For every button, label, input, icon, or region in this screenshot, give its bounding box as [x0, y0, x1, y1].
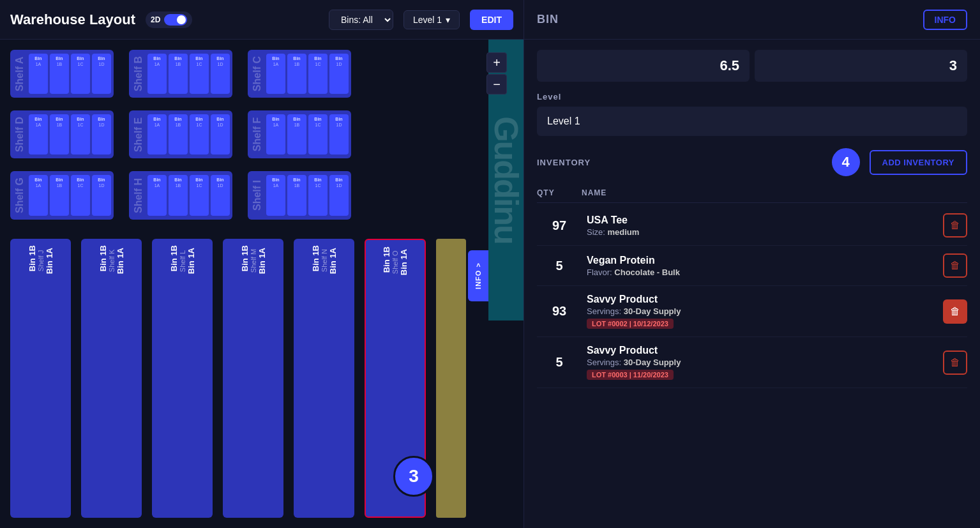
shelf-row-1: Shelf A Bin1A Bin1B Bin1C Bin1D Shelf B … [10, 50, 466, 98]
bin-1D-shelfG[interactable]: Bin1D [92, 175, 111, 216]
shelf-E[interactable]: Shelf E Bin1A Bin1B Bin1C Bin1D [129, 110, 232, 158]
delete-button[interactable]: 🗑 [943, 213, 967, 238]
bin-1D-shelfC[interactable]: Bin1D [329, 54, 349, 94]
inventory-label: INVENTORY [537, 158, 591, 167]
shelf-H[interactable]: Shelf H Bin1A Bin1B Bin1C Bin1D [129, 171, 232, 220]
level-label: Level [537, 92, 967, 102]
bin-1D-shelfF[interactable]: Bin1D [329, 114, 349, 155]
bin-1C-shelfF[interactable]: Bin1C [308, 114, 328, 155]
bin-1C-shelfH[interactable]: Bin1C [190, 175, 209, 216]
large-bin-3[interactable]: Bin 1A Shelf L Bin 1B [152, 239, 213, 518]
bin-1C-shelfD[interactable]: Bin1C [71, 114, 90, 155]
inventory-item: 5 Vegan Protein Flavor: Chocolate - Bulk… [537, 246, 967, 286]
item-qty: 5 [537, 355, 582, 370]
header: Warehouse Layout 2D Bins: All Level 1 ▾ … [0, 0, 524, 40]
item-variant: Size: medium [587, 227, 938, 237]
right-panel: BIN INFO 6.5 3 Level Level 1 INVENTORY 4… [524, 0, 980, 528]
info-side-tab[interactable]: INFO > [468, 250, 488, 301]
shelf-A[interactable]: Shelf A Bin1A Bin1B Bin1C Bin1D [10, 50, 114, 98]
bin-1B-shelfE[interactable]: Bin1B [169, 114, 188, 155]
bin-1A-shelfE[interactable]: Bin1A [147, 114, 167, 155]
shelf-row-3: Shelf G Bin1A Bin1B Bin1C Bin1D Shelf H … [10, 171, 466, 220]
level-section: Level Level 1 [524, 87, 980, 141]
bin-1C-shelfA[interactable]: Bin1C [71, 54, 90, 94]
bin-1B-shelfD[interactable]: Bin1B [50, 114, 69, 155]
bin-1B-shelfI[interactable]: Bin1B [287, 175, 306, 216]
bin-1B-shelfF[interactable]: Bin1B [287, 114, 306, 155]
shelf-G[interactable]: Shelf G Bin1A Bin1B Bin1C Bin1D [10, 171, 114, 220]
bin-1A-shelfB[interactable]: Bin1A [147, 54, 167, 94]
inventory-count-bubble: 4 [830, 146, 862, 178]
bin-1B-shelfH[interactable]: Bin1B [169, 175, 188, 216]
item-info: Savvy Product Servings: 30-Day Supply LO… [587, 345, 938, 380]
bin-1D-shelfD[interactable]: Bin1D [92, 114, 111, 155]
item-qty: 97 [537, 218, 582, 233]
delete-button[interactable]: 🗑 [943, 351, 967, 375]
zoom-out-button[interactable]: − [486, 74, 507, 94]
bin-1B-shelfB[interactable]: Bin1B [169, 54, 188, 94]
inventory-item: 5 Savvy Product Servings: 30-Day Supply … [537, 337, 967, 388]
bin-1D-shelfB[interactable]: Bin1D [211, 54, 230, 94]
bin-1A-shelfI[interactable]: Bin1A [266, 175, 285, 216]
shelf-C[interactable]: Shelf C Bin1A Bin1B Bin1C Bin1D [248, 50, 351, 98]
shelf-grid: Shelf A Bin1A Bin1B Bin1C Bin1D Shelf B … [0, 40, 524, 528]
bin-1C-shelfI[interactable]: Bin1C [308, 175, 328, 216]
large-bin-1[interactable]: Bin 1A Shelf J Bin 1B [10, 239, 71, 518]
bin-1A-shelfD[interactable]: Bin1A [29, 114, 48, 155]
large-bin-5[interactable]: Bin 1A Shelf N Bin 1B [294, 239, 354, 518]
col-header-qty: QTY [537, 188, 582, 197]
bin-1D-shelfH[interactable]: Bin1D [211, 175, 230, 216]
add-inventory-button[interactable]: ADD INVENTORY [870, 150, 967, 175]
shelf-F[interactable]: Shelf F Bin1A Bin1B Bin1C Bin1D [248, 110, 351, 158]
bin-1A-shelfA[interactable]: Bin1A [29, 54, 48, 94]
col-header-name: NAME [582, 188, 967, 197]
shelf-D[interactable]: Shelf D Bin1A Bin1B Bin1C Bin1D [10, 110, 114, 158]
bin-1B-shelfG[interactable]: Bin1B [50, 175, 69, 216]
shelf-I[interactable]: Shelf I Bin1A Bin1B Bin1C Bin1D [248, 171, 351, 220]
coord-x: 6.5 [537, 50, 750, 82]
right-panel-header: BIN INFO [524, 0, 980, 40]
inventory-item: 93 Savvy Product Servings: 30-Day Supply… [537, 286, 967, 337]
bin-1C-shelfG[interactable]: Bin1C [71, 175, 90, 216]
bin-1D-shelfA[interactable]: Bin1D [92, 54, 111, 94]
zoom-in-button[interactable]: + [486, 52, 507, 73]
bin-1B-shelfA[interactable]: Bin1B [50, 54, 69, 94]
delete-button[interactable]: 🗑 [943, 299, 967, 324]
item-name: USA Tee [587, 215, 938, 226]
inventory-section: INVENTORY 4 ADD INVENTORY QTY NAME 97 US… [524, 141, 980, 528]
bin-1A-shelfG[interactable]: Bin1A [29, 175, 48, 216]
item-info: USA Tee Size: medium [587, 215, 938, 237]
2d-toggle[interactable]: 2D [146, 11, 192, 28]
warehouse-area: + − Shelf A Bin1A Bin1B Bin1C Bin1D Shel… [0, 40, 524, 528]
bin-1B-shelfC[interactable]: Bin1B [287, 54, 306, 94]
delete-button[interactable]: 🗑 [943, 253, 967, 278]
coord-y: 3 [755, 50, 967, 82]
bin-1C-shelfE[interactable]: Bin1C [190, 114, 209, 155]
bin-1D-shelfI[interactable]: Bin1D [329, 175, 349, 216]
item-variant: Servings: 30-Day Supply [587, 358, 938, 367]
bin-1C-shelfC[interactable]: Bin1C [308, 54, 328, 94]
level-select[interactable]: Level 1 ▾ [403, 10, 460, 29]
bin-1A-shelfC[interactable]: Bin1A [266, 54, 285, 94]
large-bin-2[interactable]: Bin 1A Shelf K Bin 1B [81, 239, 142, 518]
coordinates-row: 6.5 3 [524, 40, 980, 87]
bin-1A-shelfH[interactable]: Bin1A [147, 175, 167, 216]
trash-icon: 🗑 [950, 220, 960, 231]
shelf-row-2: Shelf D Bin1A Bin1B Bin1C Bin1D Shelf E … [10, 110, 466, 158]
edit-button[interactable]: EDIT [470, 10, 513, 30]
toggle-switch[interactable] [164, 14, 187, 26]
warehouse-panel: Warehouse Layout 2D Bins: All Level 1 ▾ … [0, 0, 524, 528]
large-bin-4[interactable]: Bin 1A Shelf M Bin 1B [223, 239, 283, 518]
inventory-header: INVENTORY 4 ADD INVENTORY [537, 146, 967, 178]
bin-1C-shelfB[interactable]: Bin1C [190, 54, 209, 94]
level-value: Level 1 [537, 107, 967, 136]
bins-select[interactable]: Bins: All [329, 10, 393, 30]
info-button[interactable]: INFO [923, 10, 967, 30]
bin-1D-shelfE[interactable]: Bin1D [211, 114, 230, 155]
item-qty: 93 [537, 304, 582, 319]
shelf-B[interactable]: Shelf B Bin1A Bin1B Bin1C Bin1D [129, 50, 232, 98]
bin-1A-shelfF[interactable]: Bin1A [266, 114, 285, 155]
zoom-controls: + − [486, 52, 507, 94]
inventory-actions: 4 ADD INVENTORY [830, 146, 967, 178]
inventory-item: 97 USA Tee Size: medium 🗑 [537, 206, 967, 246]
